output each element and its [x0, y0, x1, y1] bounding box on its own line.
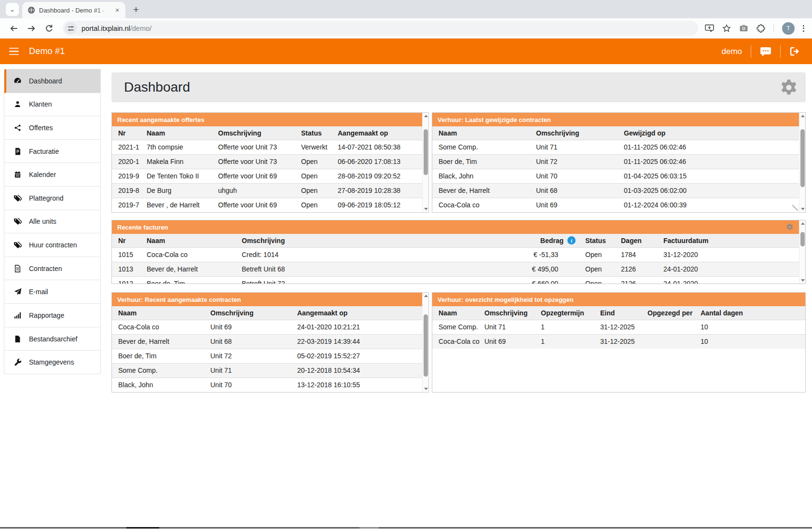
table-row[interactable]: 1012Boer de, TimBetreft Unit 72€ 660,00O…: [112, 276, 799, 284]
user-icon: [14, 100, 22, 108]
tab-title: Dashboard - Demo #1 - T: [39, 7, 109, 14]
new-tab-button[interactable]: +: [129, 3, 143, 16]
table-row[interactable]: 1013Bever de, HarreltBetreft Unit 68€ 49…: [112, 262, 799, 276]
scrollbar[interactable]: [799, 113, 805, 212]
sidebar-item-bestandsarchief[interactable]: Bestandsarchief: [4, 327, 100, 351]
table-row[interactable]: Bever de, HarreltUnit 6801-03-2025 06:02…: [432, 183, 799, 198]
gear-icon[interactable]: [786, 223, 794, 231]
site-settings-icon[interactable]: [65, 22, 77, 34]
sidebar-item-label: Plattegrond: [29, 194, 64, 202]
table-row[interactable]: 2019-7Bever , de HarreltOfferte voor Uni…: [112, 198, 422, 212]
table-row[interactable]: Boer de, TimUnit 7201-11-2025 06:02:46: [432, 154, 799, 169]
dashboard-icon: [14, 77, 22, 84]
share-icon: [14, 124, 22, 132]
browser-toolbar: portal.itxplain.nl/demo/ T: [0, 18, 812, 39]
sidebar-item-label: Dashboard: [29, 77, 62, 85]
panel-title: Verhuur: Laatst gewijzigde contracten: [432, 113, 799, 126]
browser-menu-icon[interactable]: [803, 25, 804, 32]
table-row[interactable]: Coca-Cola coUnit 6924-01-2020 10:21:21: [112, 320, 422, 334]
invoice-icon: [14, 148, 22, 155]
aangemaakt-table: Naam Omschrijving Aangemaakt op Coca-Col…: [112, 306, 422, 392]
file-lines-icon: [14, 265, 22, 272]
table-row[interactable]: Bever de, HarreltUnit 6822-03-2019 14:39…: [112, 334, 422, 349]
forward-icon[interactable]: [24, 21, 39, 36]
panel-recent-aangemaakte-contracten: Verhuur: Recent aangemaakte contracten N…: [111, 292, 429, 393]
sidebar-item-plattegrond[interactable]: Plattegrond: [4, 187, 100, 210]
tab-close-icon[interactable]: ×: [113, 6, 122, 14]
scrollbar[interactable]: [422, 293, 428, 392]
sign-out-icon[interactable]: [789, 46, 800, 56]
sidebar-item-dashboard[interactable]: Dashboard: [4, 69, 100, 93]
browser-tab[interactable]: Dashboard - Demo #1 - T ×: [22, 2, 125, 18]
chat-bubble-icon[interactable]: [760, 46, 771, 57]
scrollbar[interactable]: [799, 220, 805, 284]
sidebar-item-email[interactable]: E-mail: [4, 280, 100, 304]
install-icon[interactable]: [705, 24, 714, 32]
url-text: portal.itxplain.nl/demo/: [82, 25, 151, 32]
page-title: Dashboard: [124, 80, 190, 95]
sidebar-item-offertes[interactable]: Offertes: [4, 116, 100, 140]
table-row[interactable]: 2019-9De Tenten Toko IIOfferte voor Unit…: [112, 169, 422, 183]
sidebar-item-stamgegevens[interactable]: Stamgegevens: [4, 351, 100, 374]
table-row[interactable]: Coca-Cola coUnit 69131-12-202510: [432, 334, 805, 349]
tab-search-button[interactable]: ⌄: [6, 3, 19, 16]
panel-title: Recente facturen: [112, 220, 799, 234]
sidebar-item-label: Klanten: [29, 100, 52, 108]
panel-recente-facturen: Recente facturen Nr Naam Omschrijving Be…: [111, 220, 806, 284]
table-row[interactable]: Some Comp.Unit 7101-11-2025 06:02:46: [432, 140, 799, 154]
resize-handle[interactable]: [792, 205, 798, 211]
calendar-icon: [14, 171, 22, 178]
table-header-row: Nr Naam Omschrijving Status Aangemaakt o…: [112, 126, 422, 140]
back-icon[interactable]: [7, 21, 21, 36]
sidebar-item-huur-contracten[interactable]: Huur contracten: [4, 233, 100, 257]
profile-avatar[interactable]: T: [782, 22, 795, 35]
sidebar-item-label: Bestandsarchief: [29, 335, 77, 343]
scrollbar[interactable]: [422, 113, 428, 212]
panel-recent-offertes: Recent aangemaakte offertes Nr Naam Omsc…: [111, 112, 429, 213]
sidebar-item-rapportage[interactable]: Rapportage: [4, 304, 100, 327]
panel-title: Recent aangemaakte offertes: [112, 113, 422, 126]
sidebar-item-kalender[interactable]: Kalender: [4, 163, 100, 187]
gear-icon[interactable]: [780, 79, 798, 96]
table-row[interactable]: Some Comp.Unit 7120-12-2018 10:54:34: [112, 363, 422, 378]
panel-laatst-gewijzigde-contracten: Verhuur: Laatst gewijzigde contracten Na…: [432, 112, 806, 213]
table-row[interactable]: Some Comp.Unit 71131-12-202510: [432, 320, 805, 334]
panel-title: Verhuur: Recent aangemaakte contracten: [112, 293, 422, 306]
sidebar-item-contracten[interactable]: Contracten: [4, 257, 100, 281]
table-header-row: Naam Omschrijving Gewijzigd op: [432, 126, 799, 140]
panel-mogelijkheid-tot-opzeggen: Verhuur: overzicht mogelijkheid tot opze…: [432, 292, 806, 393]
sidebar-item-klanten[interactable]: Klanten: [4, 93, 100, 117]
sidebar-item-facturatie[interactable]: Facturatie: [4, 140, 100, 163]
paper-plane-icon: [14, 288, 22, 296]
table-row[interactable]: 2021-17th compsieOfferte voor Unit 73Ver…: [112, 140, 422, 154]
screenshot-camera-icon[interactable]: [739, 24, 748, 32]
sidebar-item-label: Facturatie: [29, 148, 59, 155]
address-bar[interactable]: portal.itxplain.nl/demo/: [63, 21, 698, 36]
tags-icon: [14, 217, 22, 225]
table-row[interactable]: Black, JohnUnit 7013-12-2018 16:10:55: [112, 378, 422, 392]
table-row[interactable]: 2020-1Makela FinnOfferte voor Unit 73Ope…: [112, 154, 422, 169]
url-path: /demo/: [130, 25, 151, 32]
appbar-divider: [751, 45, 751, 58]
info-icon[interactable]: i: [567, 236, 576, 244]
sidebar-item-label: Huur contracten: [29, 241, 77, 249]
extensions-puzzle-icon[interactable]: [757, 24, 765, 33]
logged-in-user[interactable]: demo: [721, 47, 742, 56]
table-row[interactable]: Boer de, TimUnit 7205-02-2019 15:52:27: [112, 349, 422, 363]
offertes-table: Nr Naam Omschrijving Status Aangemaakt o…: [112, 126, 422, 212]
page-header: Dashboard: [111, 72, 806, 102]
reload-icon[interactable]: [41, 21, 56, 36]
panel-title: Verhuur: overzicht mogelijkheid tot opze…: [432, 293, 805, 306]
chevron-down-icon: ⌄: [10, 6, 15, 13]
table-row[interactable]: Coca-Cola coUnit 6901-12-2024 06:00:39: [432, 198, 799, 212]
file-icon: [14, 335, 22, 343]
sidebar-item-label: Stamgegevens: [29, 358, 74, 366]
bookmark-star-icon[interactable]: [722, 24, 731, 33]
table-row[interactable]: Black, JohnUnit 7001-04-2025 06:03:15: [432, 169, 799, 183]
table-row[interactable]: 2019-8De BurguhguhOpen27-08-2019 10:28:3…: [112, 183, 422, 198]
hamburger-menu-icon[interactable]: [7, 46, 21, 57]
opzeggen-table: Naam Omschrijving Opzegtermijn Eind Opge…: [432, 306, 805, 349]
sidebar: Dashboard Klanten Offertes Facturatie Ka…: [4, 69, 101, 374]
table-row[interactable]: 1015Coca-Cola coCredit: 1014€ -51,33Open…: [112, 247, 799, 262]
sidebar-item-alle-units[interactable]: Alle units: [4, 210, 100, 234]
